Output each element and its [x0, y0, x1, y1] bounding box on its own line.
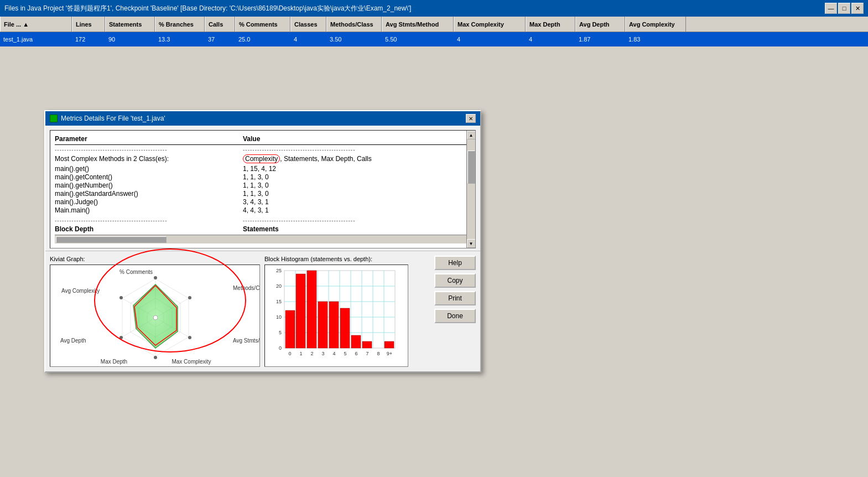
col-comments[interactable]: % Comments	[235, 17, 290, 32]
col-classes[interactable]: Classes	[290, 17, 326, 32]
help-button[interactable]: Help	[434, 256, 476, 270]
svg-point-12	[188, 296, 191, 299]
table-row[interactable]: test_1.java 172 90 13.3 37 25.0 4 3.50 5…	[0, 32, 868, 46]
scroll-up-btn[interactable]: ▲	[467, 131, 476, 139]
h-scroll-thumb[interactable]	[56, 236, 167, 243]
method-values-4: 3, 4, 3, 1	[243, 198, 269, 206]
svg-point-13	[188, 336, 191, 339]
col-avg-stmts[interactable]: Avg Stmts/Method	[382, 17, 454, 32]
vertical-scrollbar[interactable]: ▲ ▼	[466, 131, 475, 248]
horizontal-scrollbar[interactable]	[55, 235, 471, 243]
svg-rect-51	[351, 335, 361, 348]
dialog-close-button[interactable]: ✕	[466, 114, 476, 123]
cell-avg-complexity: 1.83	[625, 35, 686, 44]
separator-2: ----------------------------------------…	[243, 147, 356, 153]
method-row-5: Main.main()4, 4, 3, 1	[55, 206, 471, 214]
title-bar-controls: — □ ✕	[825, 3, 864, 14]
method-row-0: main().get()1, 15, 4, 12	[55, 165, 471, 173]
separator-4: ----------------------------------------…	[243, 217, 356, 224]
dialog-bottom: Kiviat Graph:	[45, 251, 480, 371]
scroll-down-btn[interactable]: ▼	[467, 239, 476, 248]
metrics-dialog: Metrics Details For File 'test_1.java' ✕…	[44, 110, 481, 372]
complexity-rest: , Statements, Max Depth, Calls	[280, 155, 371, 163]
col-methods-class[interactable]: Methods/Class	[326, 17, 382, 32]
kiviat-area: Kiviat Graph:	[50, 256, 260, 367]
methods-list: main().get()1, 15, 4, 12main().getConten…	[55, 165, 471, 214]
dialog-body: Parameter Value ------------------------…	[45, 126, 480, 248]
table-header: File ... ▲ Lines Statements % Branches C…	[0, 17, 868, 32]
svg-text:3: 3	[321, 351, 324, 356]
restore-button[interactable]: □	[838, 3, 850, 14]
done-button[interactable]: Done	[434, 309, 476, 323]
close-button[interactable]: ✕	[851, 3, 864, 14]
complex-methods-label: Most Complex Methods in 2 Class(es):	[55, 155, 243, 163]
dialog-icon	[50, 115, 58, 122]
method-row-1: main().getContent()1, 1, 3, 0	[55, 173, 471, 181]
col-statements[interactable]: Statements	[105, 17, 155, 32]
main-area: Metrics Details For File 'test_1.java' ✕…	[0, 46, 868, 477]
col-avg-complexity[interactable]: Avg Complexity	[625, 17, 686, 32]
copy-button[interactable]: Copy	[434, 273, 476, 288]
kiviat-svg: % Comments Methods/Class Avg Stmts/Metho…	[50, 265, 260, 367]
cell-methods-class: 3.50	[326, 35, 382, 44]
svg-text:Max Depth: Max Depth	[101, 359, 127, 365]
title-bar-text: Files in Java Project '答题判题程序1', Checkpo…	[4, 4, 411, 13]
kiviat-label: Kiviat Graph:	[50, 256, 260, 262]
method-name-0: main().get()	[55, 165, 243, 173]
cell-branches: 13.3	[155, 35, 205, 44]
svg-point-17	[153, 315, 158, 320]
svg-text:8: 8	[377, 351, 380, 356]
histogram-area: Block Histogram (statements vs. depth):	[264, 256, 430, 367]
metrics-content: Parameter Value ------------------------…	[50, 130, 476, 248]
svg-text:0: 0	[288, 351, 291, 356]
cell-avg-depth: 1.87	[575, 35, 625, 44]
svg-text:Methods/Class: Methods/Class	[233, 285, 260, 291]
col-max-complexity[interactable]: Max Complexity	[454, 17, 526, 32]
complex-methods-value: Complexity, Statements, Max Depth, Calls	[243, 155, 372, 163]
svg-text:7: 7	[366, 351, 368, 356]
svg-text:15: 15	[276, 299, 282, 304]
method-values-5: 4, 4, 3, 1	[243, 206, 269, 214]
scroll-thumb[interactable]	[467, 151, 475, 184]
svg-rect-53	[384, 341, 394, 348]
svg-rect-45	[285, 310, 295, 348]
svg-text:2: 2	[310, 351, 313, 356]
svg-point-16	[119, 296, 123, 299]
method-name-3: main().getStandardAnswer()	[55, 190, 243, 198]
histogram-label: Block Histogram (statements vs. depth):	[264, 256, 430, 262]
histogram-container: 0 5 10 15 20 25	[264, 265, 408, 367]
method-name-1: main().getContent()	[55, 173, 243, 181]
method-name-5: Main.main()	[55, 206, 243, 214]
minimize-button[interactable]: —	[825, 3, 837, 14]
dialog-title-text: Metrics Details For File 'test_1.java'	[50, 115, 165, 122]
cell-statements: 90	[105, 35, 155, 44]
svg-rect-49	[329, 302, 339, 348]
title-bar: Files in Java Project '答题判题程序1', Checkpo…	[0, 0, 868, 17]
print-button[interactable]: Print	[434, 291, 476, 305]
col-lines[interactable]: Lines	[72, 17, 105, 32]
action-buttons: Help Copy Print Done	[434, 256, 476, 367]
col-max-depth[interactable]: Max Depth	[526, 17, 575, 32]
svg-point-15	[119, 336, 123, 339]
svg-text:Avg Depth: Avg Depth	[60, 338, 86, 344]
col-calls[interactable]: Calls	[205, 17, 235, 32]
method-row-3: main().getStandardAnswer()1, 1, 3, 0	[55, 190, 471, 198]
cell-avg-stmts: 5.50	[382, 35, 454, 44]
svg-text:0: 0	[279, 345, 282, 351]
col-branches[interactable]: % Branches	[155, 17, 205, 32]
svg-rect-46	[296, 274, 305, 348]
cell-max-depth: 4	[526, 35, 575, 44]
method-row-2: main().getNumber()1, 1, 3, 0	[55, 182, 471, 189]
cell-max-complexity: 4	[454, 35, 526, 44]
method-name-4: main().Judge()	[55, 198, 243, 206]
method-values-3: 1, 1, 3, 0	[243, 190, 269, 198]
svg-text:% Comments: % Comments	[119, 269, 153, 275]
block-depth-label: Block Depth	[55, 225, 243, 233]
col-avg-depth[interactable]: Avg Depth	[575, 17, 625, 32]
svg-text:4: 4	[332, 351, 335, 356]
dialog-title-label: Metrics Details For File 'test_1.java'	[61, 115, 165, 122]
col-file[interactable]: File ... ▲	[0, 17, 72, 32]
method-name-2: main().getNumber()	[55, 182, 243, 189]
method-row-4: main().Judge()3, 4, 3, 1	[55, 198, 471, 206]
svg-rect-48	[318, 302, 328, 348]
